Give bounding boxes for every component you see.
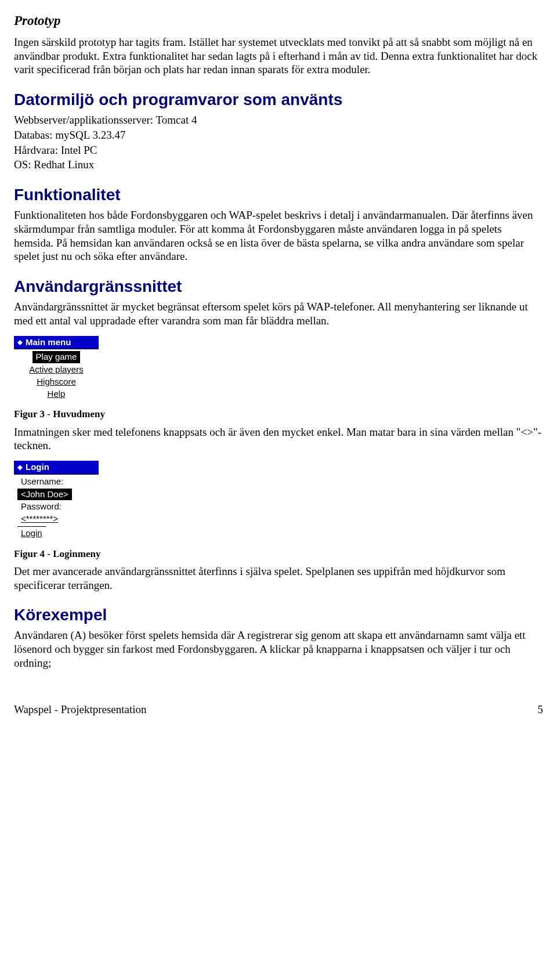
footer-page-number: 5 [538,703,544,717]
wap-menu-item-highscore[interactable]: Highscore [14,376,99,388]
wap-menu-item-help[interactable]: Help [14,388,99,400]
para-funktionalitet: Funktionaliteten hos både Fordonsbyggare… [14,208,543,263]
para-input-desc: Inmatningen sker med telefonens knappsat… [14,425,543,453]
env-line-2: Hårdvara: Intel PC [14,143,543,157]
heading-prototyp: Prototyp [14,13,543,30]
wap-menu-item-play[interactable]: Play game [32,351,81,363]
env-line-1: Databas: mySQL 3.23.47 [14,128,543,142]
heading-korexempel: Körexempel [14,605,543,625]
login-password-value[interactable]: <********> [17,513,95,525]
caption-fig4: Figur 4 - Loginmeny [14,548,543,560]
wap-login: Login Username: <John Doe> Password: <**… [14,461,99,541]
caption-fig3: Figur 3 - Huvudmeny [14,408,543,420]
wap-main-menu: Main menu Play game Active players Highs… [14,336,99,402]
para-korexempel: Användaren (A) besöker först spelets hem… [14,628,543,670]
wap-login-title: Login [14,461,99,475]
login-username-value[interactable]: <John Doe> [17,489,72,501]
wap-menu-body: Play game Active players Highscore Help [14,349,99,401]
login-password-label: Password: [17,501,95,513]
wap-menu-item-active[interactable]: Active players [14,364,99,376]
heading-datormiljo: Datormiljö och programvaror som använts [14,89,543,110]
env-line-3: OS: Redhat Linux [14,158,543,172]
footer-left: Wapspel - Projektpresentation [14,703,147,717]
login-action[interactable]: Login [17,526,46,540]
heading-funktionalitet: Funktionalitet [14,185,543,205]
para-prototyp: Ingen särskild prototyp har tagits fram.… [14,35,543,77]
env-line-0: Webbserver/applikationsserver: Tomcat 4 [14,113,543,127]
footer: Wapspel - Projektpresentation 5 [14,703,543,717]
para-adv-ui: Det mer avancerade användargränssnittet … [14,565,543,592]
wap-menu-title: Main menu [14,336,99,350]
heading-ui: Användargränssnittet [14,276,543,296]
login-username-label: Username: [17,476,95,488]
para-ui: Användargränssnittet är mycket begränsat… [14,300,543,328]
